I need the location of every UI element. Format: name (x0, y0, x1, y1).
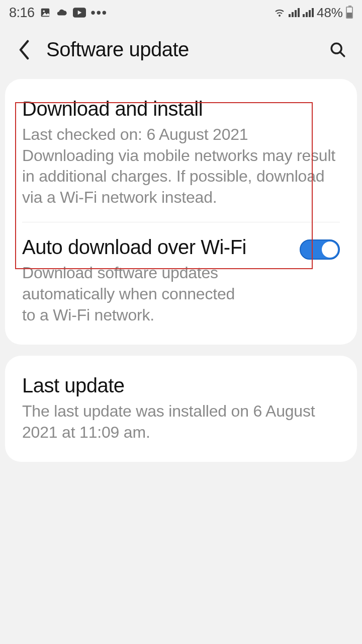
svg-line-4 (340, 52, 344, 56)
signal-icon (289, 8, 300, 17)
battery-percent: 48% (317, 5, 343, 21)
last-update-item[interactable]: Last update The last update was installe… (5, 361, 357, 457)
back-button[interactable] (13, 39, 35, 61)
more-icon: ••• (91, 5, 108, 21)
page-title: Software update (46, 38, 327, 61)
youtube-icon (73, 8, 86, 18)
download-install-title: Download and install (22, 97, 340, 120)
auto-download-title: Auto download over Wi-Fi (22, 235, 290, 259)
status-time: 8:16 (9, 5, 35, 21)
last-update-title: Last update (22, 374, 340, 397)
svg-point-1 (43, 10, 45, 12)
wifi-icon (274, 8, 286, 18)
app-header: Software update (0, 23, 362, 79)
auto-download-item[interactable]: Auto download over Wi-Fi Download softwa… (5, 222, 357, 340)
gallery-icon (40, 7, 51, 18)
settings-card-2: Last update The last update was installe… (5, 356, 357, 462)
status-bar: 8:16 ••• 48% (0, 0, 362, 23)
download-install-item[interactable]: Download and install Last checked on: 6 … (5, 84, 357, 222)
search-button[interactable] (327, 39, 349, 61)
cloud-icon (56, 7, 68, 18)
last-update-desc: The last update was installed on 6 Augus… (22, 401, 340, 443)
signal-icon-2 (303, 8, 314, 17)
battery-icon (346, 7, 353, 19)
settings-card-1: Download and install Last checked on: 6 … (5, 79, 357, 345)
auto-download-toggle[interactable] (300, 239, 340, 260)
download-install-desc: Last checked on: 6 August 2021 Downloadi… (22, 124, 340, 208)
auto-download-desc: Download software updates automatically … (22, 263, 238, 326)
